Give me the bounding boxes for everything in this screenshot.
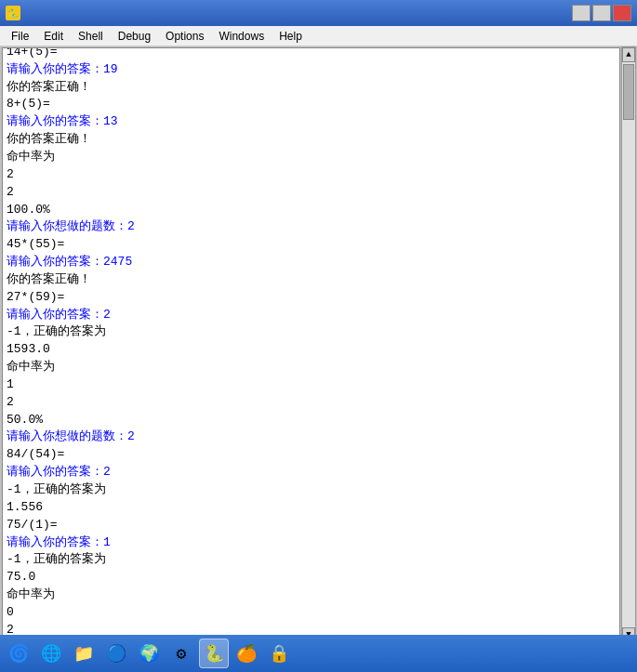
title-bar: 🐍 bbox=[0, 0, 637, 26]
scrollbar-thumb[interactable] bbox=[623, 64, 634, 120]
menu-bar: File Edit Shell Debug Options Windows He… bbox=[0, 26, 637, 46]
shell-line: 你的答案正确！ bbox=[7, 131, 616, 149]
shell-line: 1 bbox=[7, 376, 616, 394]
shell-wrapper: Python 2.7.9 (default, Dec 10 2014, 12:2… bbox=[1, 46, 636, 643]
shell-line: 命中率为 bbox=[7, 586, 616, 604]
shell-line: 45*(55)= bbox=[7, 236, 616, 254]
shell-line: 请输入你的答案：2 bbox=[7, 307, 616, 324]
shell-line: 1593.0 bbox=[7, 341, 616, 359]
minimize-button[interactable] bbox=[572, 5, 591, 21]
menu-help[interactable]: Help bbox=[272, 28, 310, 45]
shell-line: 请输入你想做的题数：2 bbox=[7, 428, 616, 446]
shell-line: 请输入你想做的题数：2 bbox=[7, 218, 616, 236]
shell-content[interactable]: Python 2.7.9 (default, Dec 10 2014, 12:2… bbox=[2, 47, 620, 642]
shell-line: 命中率为 bbox=[7, 359, 616, 376]
shell-line: 75/(1)= bbox=[7, 517, 616, 534]
menu-shell[interactable]: Shell bbox=[71, 28, 111, 45]
menu-edit[interactable]: Edit bbox=[36, 28, 71, 45]
shell-line: 84/(54)= bbox=[7, 446, 616, 464]
menu-windows[interactable]: Windows bbox=[211, 28, 272, 45]
shell-line: 0 bbox=[7, 604, 616, 622]
scrollbar[interactable]: ▲ ▼ bbox=[621, 46, 636, 643]
shell-line: -1，正确的答案为 bbox=[7, 323, 616, 341]
shell-line: 27*(59)= bbox=[7, 289, 616, 307]
shell-line: 请输入你的答案：13 bbox=[7, 113, 616, 131]
shell-line: 你的答案正确！ bbox=[7, 79, 616, 97]
shell-line: 1.556 bbox=[7, 499, 616, 517]
menu-options[interactable]: Options bbox=[158, 28, 211, 45]
scrollbar-track[interactable] bbox=[622, 62, 635, 627]
shell-line: 2 bbox=[7, 394, 616, 412]
menu-file[interactable]: File bbox=[4, 28, 36, 45]
shell-line: 请输入你的答案：2475 bbox=[7, 254, 616, 271]
title-bar-left: 🐍 bbox=[6, 6, 26, 20]
shell-line: 你的答案正确！ bbox=[7, 271, 616, 289]
menu-debug[interactable]: Debug bbox=[111, 28, 158, 45]
taskbar-orange[interactable]: 🍊 bbox=[232, 639, 261, 668]
shell-line: 请输入你的答案：2 bbox=[7, 464, 616, 481]
shell-line: -1，正确的答案为 bbox=[7, 551, 616, 569]
taskbar-lock[interactable]: 🔒 bbox=[264, 639, 294, 668]
shell-line: 2 bbox=[7, 166, 616, 184]
python-icon: 🐍 bbox=[6, 6, 20, 20]
shell-line: 请输入你的答案：19 bbox=[7, 61, 616, 79]
shell-line: 50.0% bbox=[7, 412, 616, 429]
taskbar-globe[interactable]: 🌍 bbox=[134, 639, 164, 668]
taskbar-settings[interactable]: ⚙️ bbox=[166, 639, 196, 668]
shell-line: 8+(5)= bbox=[7, 96, 616, 113]
shell-line: 请输入你的答案：1 bbox=[7, 534, 616, 552]
shell-line: 100.0% bbox=[7, 202, 616, 219]
taskbar-python[interactable]: 🐍 bbox=[199, 639, 229, 668]
shell-line: 14+(5)= bbox=[7, 47, 616, 61]
shell-line: -1，正确的答案为 bbox=[7, 481, 616, 499]
scrollbar-up[interactable]: ▲ bbox=[622, 47, 635, 62]
taskbar-ie[interactable]: 🌐 bbox=[36, 639, 66, 668]
maximize-button[interactable] bbox=[592, 5, 611, 21]
shell-line: 75.0 bbox=[7, 569, 616, 586]
close-button[interactable] bbox=[613, 5, 631, 21]
window-controls bbox=[572, 5, 631, 21]
shell-line: 2 bbox=[7, 184, 616, 202]
taskbar-start[interactable]: 🌀 bbox=[4, 639, 33, 668]
taskbar-browser[interactable]: 🔵 bbox=[101, 639, 131, 668]
taskbar: 🌀 🌐 📁 🔵 🌍 ⚙️ 🐍 🍊 🔒 bbox=[0, 635, 637, 672]
taskbar-explorer[interactable]: 📁 bbox=[69, 639, 99, 668]
shell-line: 命中率为 bbox=[7, 149, 616, 166]
